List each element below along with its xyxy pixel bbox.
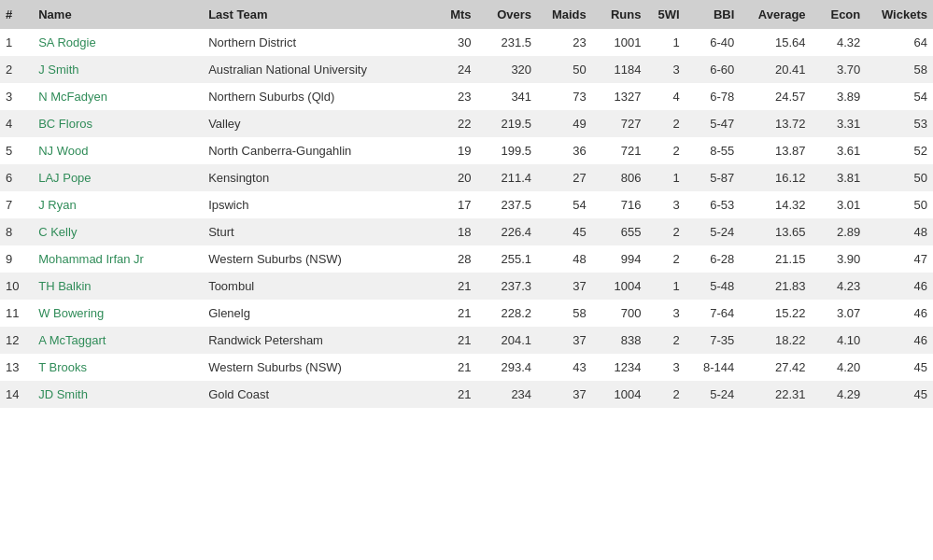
cell-econ: 3.70 (812, 56, 867, 83)
cell-overs: 204.1 (477, 327, 538, 354)
cell-team: Kensington (203, 164, 432, 191)
cell-rank: 13 (0, 354, 33, 381)
stats-table: # Name Last Team Mts Overs Maids Runs 5W… (0, 0, 933, 408)
cell-name: T Brooks (33, 354, 203, 381)
cell-overs: 234 (477, 381, 538, 408)
table-row: 14JD SmithGold Coast2123437100425-2422.3… (0, 381, 933, 408)
cell-5wi: 3 (646, 300, 685, 327)
cell-rank: 10 (0, 273, 33, 300)
cell-5wi: 1 (646, 273, 685, 300)
header-mts: Mts (433, 0, 477, 29)
cell-wickets: 46 (866, 273, 933, 300)
cell-mts: 18 (433, 218, 477, 245)
cell-econ: 3.31 (812, 110, 867, 137)
cell-5wi: 1 (646, 29, 685, 56)
cell-overs: 231.5 (477, 29, 538, 56)
cell-rank: 7 (0, 191, 33, 218)
cell-bbi: 7-35 (686, 327, 741, 354)
header-rank: # (0, 0, 33, 29)
cell-average: 14.32 (740, 191, 811, 218)
cell-econ: 4.23 (812, 273, 867, 300)
header-wickets: Wickets (866, 0, 933, 29)
table-row: 12A McTaggartRandwick Petersham21204.137… (0, 327, 933, 354)
cell-average: 21.15 (740, 245, 811, 273)
cell-rank: 9 (0, 245, 33, 273)
cell-average: 21.83 (740, 273, 811, 300)
cell-mts: 23 (433, 83, 477, 110)
cell-runs: 1004 (592, 381, 647, 408)
cell-wickets: 45 (866, 381, 933, 408)
cell-5wi: 2 (646, 137, 685, 164)
cell-rank: 8 (0, 218, 33, 245)
cell-average: 20.41 (740, 56, 811, 83)
cell-bbi: 6-53 (686, 191, 741, 218)
header-overs: Overs (477, 0, 538, 29)
cell-mts: 19 (433, 137, 477, 164)
cell-mts: 17 (433, 191, 477, 218)
header-maids: Maids (537, 0, 592, 29)
cell-5wi: 2 (646, 245, 685, 273)
cell-bbi: 6-60 (686, 56, 741, 83)
header-5wi: 5WI (646, 0, 685, 29)
cell-rank: 5 (0, 137, 33, 164)
cell-mts: 21 (433, 327, 477, 354)
cell-bbi: 6-28 (686, 245, 741, 273)
cell-mts: 21 (433, 381, 477, 408)
table-row: 7J RyanIpswich17237.55471636-5314.323.01… (0, 191, 933, 218)
cell-average: 13.87 (740, 137, 811, 164)
cell-wickets: 58 (866, 56, 933, 83)
cell-runs: 1184 (592, 56, 647, 83)
cell-rank: 6 (0, 164, 33, 191)
cell-overs: 211.4 (477, 164, 538, 191)
cell-maids: 50 (537, 56, 592, 83)
cell-econ: 3.07 (812, 300, 867, 327)
cell-bbi: 6-78 (686, 83, 741, 110)
cell-wickets: 54 (866, 83, 933, 110)
cell-team: Toombul (203, 273, 432, 300)
header-runs: Runs (592, 0, 647, 29)
cell-5wi: 2 (646, 218, 685, 245)
cell-bbi: 7-64 (686, 300, 741, 327)
cell-average: 18.22 (740, 327, 811, 354)
cell-team: Gold Coast (203, 381, 432, 408)
cell-runs: 838 (592, 327, 647, 354)
cell-average: 15.64 (740, 29, 811, 56)
cell-overs: 228.2 (477, 300, 538, 327)
cell-5wi: 3 (646, 56, 685, 83)
cell-mts: 22 (433, 110, 477, 137)
cell-maids: 27 (537, 164, 592, 191)
cell-wickets: 64 (866, 29, 933, 56)
cell-team: Western Suburbs (NSW) (203, 245, 432, 273)
cell-rank: 3 (0, 83, 33, 110)
cell-bbi: 6-40 (686, 29, 741, 56)
cell-rank: 2 (0, 56, 33, 83)
table-row: 10TH BalkinToombul21237.337100415-4821.8… (0, 273, 933, 300)
cell-overs: 237.5 (477, 191, 538, 218)
cell-runs: 1327 (592, 83, 647, 110)
cell-econ: 4.29 (812, 381, 867, 408)
cell-bbi: 5-87 (686, 164, 741, 191)
cell-econ: 3.89 (812, 83, 867, 110)
table-row: 4BC FlorosValley22219.54972725-4713.723.… (0, 110, 933, 137)
cell-5wi: 2 (646, 110, 685, 137)
cell-overs: 341 (477, 83, 538, 110)
cell-maids: 73 (537, 83, 592, 110)
cell-runs: 1001 (592, 29, 647, 56)
cell-average: 27.42 (740, 354, 811, 381)
cell-5wi: 4 (646, 83, 685, 110)
cell-bbi: 5-47 (686, 110, 741, 137)
cell-econ: 4.32 (812, 29, 867, 56)
cell-maids: 48 (537, 245, 592, 273)
cell-team: Valley (203, 110, 432, 137)
cell-5wi: 2 (646, 327, 685, 354)
cell-maids: 58 (537, 300, 592, 327)
cell-5wi: 3 (646, 354, 685, 381)
table-row: 2J SmithAustralian National University24… (0, 56, 933, 83)
cell-rank: 12 (0, 327, 33, 354)
cell-runs: 727 (592, 110, 647, 137)
cell-maids: 37 (537, 273, 592, 300)
cell-runs: 994 (592, 245, 647, 273)
cell-5wi: 3 (646, 191, 685, 218)
cell-name: SA Rodgie (33, 29, 203, 56)
cell-name: Mohammad Irfan Jr (33, 245, 203, 273)
